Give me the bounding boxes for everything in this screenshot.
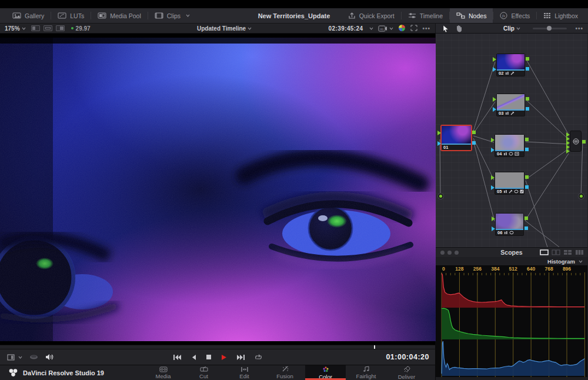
nodes-label: Nodes [469,12,486,19]
single-scope-icon[interactable] [540,249,549,255]
source-node-dot[interactable] [438,194,443,199]
rgb-output-connector[interactable] [525,138,529,141]
cursor-icon[interactable] [443,25,449,32]
rgb-output-connector[interactable] [472,131,476,134]
histogram-scope[interactable]: 0128256384512640768896 [436,265,587,380]
node-thumbnail [497,94,524,109]
split-view-icon[interactable] [56,25,65,31]
viewer-toolbar: 175% 29.97 Updated Timeline 02:39:45:24 … [0,24,588,34]
single-view-icon[interactable] [31,25,40,31]
camera-output-button[interactable]: HD [378,25,393,32]
output-node-dot[interactable] [579,194,584,199]
key-output-connector[interactable] [524,226,528,230]
quick-export-button[interactable]: Quick Export [342,8,401,23]
key-input-connector[interactable] [492,226,495,231]
node-graph[interactable]: 01 02 [436,34,587,247]
viewer-zoom-select[interactable]: 175% [0,25,29,32]
node-more-options-button[interactable]: ••• [575,25,583,32]
svg-text:fx: fx [502,14,506,18]
mixer-output-connector[interactable] [582,140,586,144]
loop-icon[interactable] [255,354,262,361]
node-zoom-slider[interactable] [533,28,567,29]
node-number: 03 [499,111,503,116]
grid-scope-icon[interactable] [575,249,584,255]
node-06[interactable]: 06 [495,213,524,236]
stop-icon[interactable] [206,354,212,360]
clips-button[interactable]: Clips [148,8,196,23]
media-pool-icon [98,12,106,19]
node-01[interactable]: 01 [441,125,472,151]
dual-scope-icon[interactable] [552,249,560,255]
rgb-input-connector[interactable] [493,57,496,62]
timeline-select[interactable]: Updated Timeline [197,25,252,32]
node-04[interactable]: 04 [495,134,524,157]
lightbox-button[interactable]: Lightbox [537,8,584,23]
sync-status-icon [71,27,74,29]
quad-scope-icon[interactable] [563,249,572,255]
timeline-button[interactable]: Timeline [402,8,449,23]
node-mode-label[interactable]: Clip [503,25,514,32]
rgb-output-connector[interactable] [526,97,529,101]
gallery-button[interactable]: Gallery [6,8,51,23]
tab-deliver[interactable]: Deliver [386,365,427,380]
tab-cut[interactable]: Cut [183,365,224,380]
node-tools [436,25,462,32]
tab-deliver-label: Deliver [398,374,416,380]
key-input-connector[interactable] [493,107,496,112]
key-output-connector[interactable] [525,185,529,189]
step-back-icon[interactable] [191,354,196,361]
skip-end-icon[interactable] [236,354,245,361]
scope-mode-label: Histogram [547,258,575,265]
transport-controls [0,354,435,361]
luts-button[interactable]: LUTs [51,8,91,23]
key-input-connector[interactable] [491,185,495,190]
rgb-input-connector[interactable] [437,131,441,135]
node-02[interactable]: 02 [496,54,525,76]
scope-mode-select[interactable]: Histogram [436,257,587,265]
gallery-icon [12,12,21,19]
key-input-connector[interactable] [491,148,495,152]
key-output-connector[interactable] [472,141,476,145]
skip-start-icon[interactable] [173,354,182,361]
timeline-name: Updated Timeline [197,25,246,32]
key-output-connector[interactable] [525,148,529,151]
hand-icon[interactable] [455,25,462,32]
qualifier-icon [510,111,514,115]
tab-fairlight[interactable]: Fairlight [346,365,386,380]
mixer-input-5[interactable] [566,149,570,154]
viewer-scrub-bar[interactable] [0,345,435,349]
rgb-input-connector[interactable] [491,138,495,142]
key-input-connector[interactable] [437,141,441,146]
node-05[interactable]: 05 [495,172,524,195]
nodes-button[interactable]: Nodes [450,8,493,23]
enhanced-view-icon[interactable] [44,25,52,31]
rgb-input-connector[interactable] [492,216,495,221]
fairlight-page-icon [363,366,370,372]
rgb-output-connector[interactable] [525,175,529,179]
viewer-column: 01:00:04:20 DaVinci Resolve Studio 19 Me… [0,34,436,380]
media-pool-button[interactable]: Media Pool [91,8,148,23]
viewer-more-options-button[interactable]: ••• [422,25,430,32]
expand-viewer-button[interactable] [410,25,417,32]
slider-knob[interactable] [547,26,552,31]
layer-mixer-node[interactable] [570,131,582,152]
tab-fusion[interactable]: Fusion [265,365,305,380]
rgb-input-connector[interactable] [491,175,495,180]
key-output-connector[interactable] [526,67,529,71]
effects-button[interactable]: fx Effects [493,8,536,23]
viewer[interactable] [0,34,435,345]
play-icon[interactable] [221,354,227,361]
histogram-plot: 0128256384512640768896 [436,265,587,380]
key-input-connector[interactable] [493,67,496,72]
rgb-input-connector[interactable] [493,97,496,102]
node-03[interactable]: 03 [496,94,525,116]
tab-media[interactable]: Media [143,365,183,380]
tab-color[interactable]: Color [305,365,346,380]
rgb-output-connector[interactable] [524,216,528,220]
tab-edit[interactable]: Edit [224,365,265,380]
frame-rate-value: 29.97 [76,25,91,32]
color-viewer-button[interactable] [398,24,406,33]
key-output-connector[interactable] [526,107,529,111]
adjustment-icon [503,152,507,156]
rgb-output-connector[interactable] [526,57,529,61]
